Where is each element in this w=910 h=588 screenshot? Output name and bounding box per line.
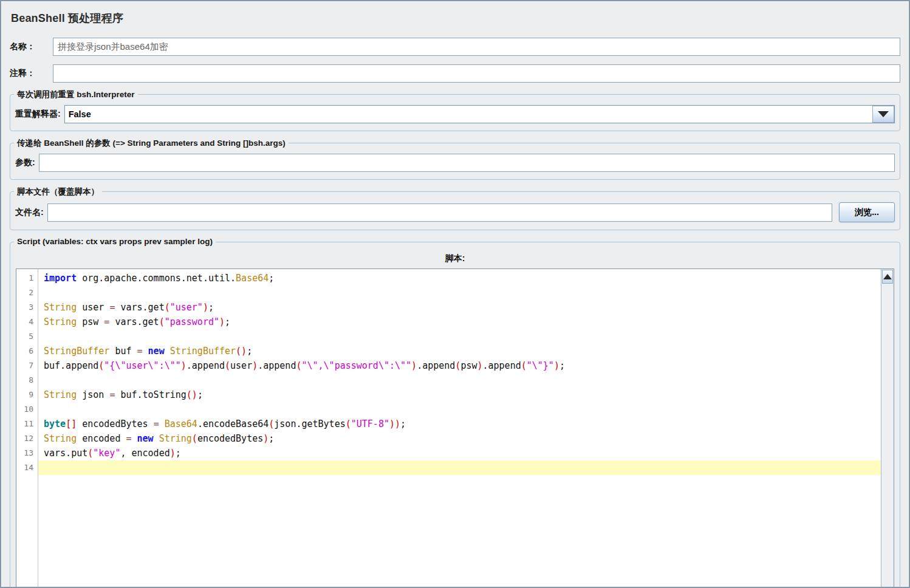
comment-row: 注释： <box>10 64 900 83</box>
beanshell-preprocessor-panel: BeanShell 预处理程序 名称： 注释： 每次调用前重置 bsh.Inte… <box>1 1 909 588</box>
line-number: 13 <box>16 446 38 460</box>
gutter: 1234567891011121314 <box>16 269 38 588</box>
code-line-13[interactable]: vars.put("key", encoded); <box>38 446 881 460</box>
name-label: 名称： <box>10 41 53 52</box>
line-number: 10 <box>16 402 38 417</box>
scrollbar-up-button[interactable] <box>882 270 893 284</box>
code-line-2[interactable] <box>38 285 881 300</box>
line-number: 11 <box>16 417 38 431</box>
code-line-7[interactable]: buf.append("{\"user\":\"").append(user).… <box>38 358 881 373</box>
reset-interpreter-group-title: 每次调用前重置 bsh.Interpreter <box>14 89 138 100</box>
code-line-1[interactable]: import org.apache.commons.net.util.Base6… <box>38 271 881 285</box>
line-number: 12 <box>16 431 38 446</box>
line-number: 7 <box>16 358 38 373</box>
line-number: 2 <box>16 285 38 300</box>
reset-interpreter-select[interactable]: False <box>64 105 895 123</box>
parameters-label: 参数: <box>15 157 35 168</box>
code-lines[interactable]: import org.apache.commons.net.util.Base6… <box>38 269 881 588</box>
script-group-title: Script (variables: ctx vars props prev s… <box>14 237 216 246</box>
reset-interpreter-label: 重置解释器: <box>15 109 61 120</box>
line-number: 8 <box>16 373 38 388</box>
filename-input[interactable] <box>47 203 832 222</box>
line-number: 1 <box>16 271 38 285</box>
line-number: 3 <box>16 300 38 315</box>
line-number: 6 <box>16 344 38 358</box>
parameters-input[interactable] <box>39 154 895 172</box>
reset-interpreter-selected-value: False <box>65 106 872 123</box>
browse-button[interactable]: 浏览... <box>839 202 895 222</box>
chevron-up-icon <box>883 274 892 279</box>
name-input[interactable] <box>53 38 900 56</box>
code-line-9[interactable]: String json = buf.toString(); <box>38 388 881 402</box>
script-editor[interactable]: 1234567891011121314 import org.apache.co… <box>16 268 894 588</box>
line-number: 4 <box>16 315 38 329</box>
script-group: Script (variables: ctx vars props prev s… <box>10 242 900 588</box>
line-number: 9 <box>16 388 38 402</box>
script-label: 脚本: <box>15 253 895 264</box>
comment-label: 注释： <box>10 68 53 79</box>
script-file-group-title: 脚本文件（覆盖脚本） <box>14 186 102 197</box>
code-line-10[interactable] <box>38 402 881 417</box>
line-number: 14 <box>16 460 38 475</box>
code-line-3[interactable]: String user = vars.get("user"); <box>38 300 881 315</box>
code-line-4[interactable]: String psw = vars.get("password"); <box>38 315 881 329</box>
comment-input[interactable] <box>53 64 900 83</box>
script-file-group: 脚本文件（覆盖脚本） 文件名: 浏览... <box>10 191 900 230</box>
name-row: 名称： <box>10 38 900 56</box>
parameters-group: 传递给 BeanShell 的参数 (=> String Parameters … <box>10 143 900 180</box>
code-line-5[interactable] <box>38 329 881 344</box>
code-line-8[interactable] <box>38 373 881 388</box>
scrollbar-track[interactable] <box>881 284 894 588</box>
code-line-11[interactable]: byte[] encodedBytes = Base64.encodeBase6… <box>38 417 881 431</box>
code-line-6[interactable]: StringBuffer buf = new StringBuffer(); <box>38 344 881 358</box>
code-line-14[interactable] <box>38 460 881 475</box>
filename-label: 文件名: <box>15 207 44 218</box>
chevron-down-icon <box>878 111 889 117</box>
reset-interpreter-dropdown-button[interactable] <box>872 106 894 123</box>
vertical-scrollbar[interactable] <box>881 269 894 588</box>
reset-interpreter-group: 每次调用前重置 bsh.Interpreter 重置解释器: False <box>10 94 900 131</box>
code-line-12[interactable]: String encoded = new String(encodedBytes… <box>38 431 881 446</box>
page-title: BeanShell 预处理程序 <box>11 11 900 26</box>
line-number: 5 <box>16 329 38 344</box>
parameters-group-title: 传递给 BeanShell 的参数 (=> String Parameters … <box>14 138 289 149</box>
